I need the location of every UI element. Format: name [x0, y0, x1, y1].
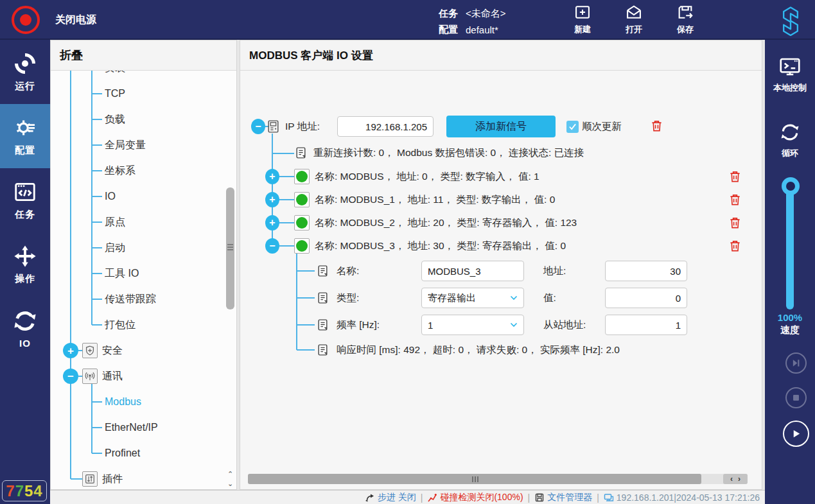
add-signal-button[interactable]: 添加新信号 — [446, 116, 556, 137]
stop-icon — [792, 394, 800, 402]
tree-item-原点[interactable]: 原点 — [105, 216, 125, 229]
ip-address-input[interactable]: 192.168.1.205 — [337, 116, 434, 137]
signal-expander-plus-icon[interactable]: + — [265, 192, 279, 207]
statusbar-item-2[interactable]: 文件管理器 — [534, 492, 592, 503]
tree-item-安全[interactable]: 安全 — [102, 344, 123, 358]
detail-input2[interactable]: 1 — [605, 315, 687, 335]
signal-row-text[interactable]: 名称: MODBUS_1， 地址: 11， 类型: 数字输出， 值: 0 — [315, 193, 555, 207]
topbar-action-1[interactable]: 打开 — [614, 3, 654, 36]
statusbar-item-1[interactable]: 碰撞检测关闭(100%) — [427, 492, 523, 503]
detail-input2[interactable]: 30 — [605, 261, 687, 281]
signal-expander-minus-icon[interactable]: − — [265, 238, 279, 254]
tree-item-打包位[interactable]: 打包位 — [105, 318, 136, 332]
statusbar-item-label: 192.168.1.201|2024-05-13 17:21:26 — [617, 492, 760, 503]
topbar-action-0[interactable]: 新建 — [563, 3, 602, 36]
step-icon — [365, 492, 375, 503]
detail-doc-icon — [316, 265, 329, 278]
right-bar: 本地控制 循环 100% 速度 — [765, 40, 815, 504]
page-title: MODBUS 客户端 IO 设置 — [240, 40, 762, 71]
detail-label2: 地址: — [543, 265, 566, 278]
tree-item-通讯[interactable]: 通讯 — [102, 370, 123, 383]
scroll-left-icon[interactable]: ‹ — [730, 475, 733, 483]
left-nav: 运行 配置 任务 操作 IO 7754 — [0, 40, 50, 504]
tree-item-EtherNet/IP[interactable]: EtherNet/IP — [105, 422, 158, 433]
signal-status-indicator — [294, 238, 310, 254]
status-bar: 步进 关闭 | 碰撞检测关闭(100%) | 文件管理器 | 192.168.1… — [50, 490, 765, 504]
rightbar-item-本地控制[interactable]: 本地控制 — [765, 55, 815, 94]
topbar-action-2[interactable]: 保存 — [665, 3, 705, 36]
tree-expander-minus-icon[interactable]: − — [63, 369, 78, 384]
rightbar-item-循环[interactable]: 循环 — [765, 121, 815, 159]
horizontal-scrollbar[interactable]: ‹ › — [248, 474, 748, 484]
speed-slider-knob[interactable] — [782, 177, 800, 195]
delete-signal-icon[interactable] — [728, 239, 742, 253]
signal-expander-plus-icon[interactable]: + — [265, 215, 279, 230]
main-panel: MODBUS 客户端 IO 设置 − IP 地址: 192.168.1.205 … — [240, 40, 762, 490]
signal-row-text[interactable]: 名称: MODBUS_2， 地址: 20， 类型: 寄存器输入， 值: 123 — [315, 216, 577, 230]
delete-signal-icon[interactable] — [728, 216, 742, 230]
detail-input[interactable]: MODBUS_3 — [421, 261, 524, 281]
sidebar-item-IO[interactable]: IO — [0, 297, 50, 361]
scroll-down-icon[interactable]: ⌄ — [226, 479, 234, 489]
sidebar-item-label: 操作 — [15, 273, 35, 285]
tree-item-全局变量[interactable]: 全局变量 — [105, 139, 146, 152]
select-chevron-icon — [510, 295, 518, 300]
sidebar-item-任务[interactable]: 任务 — [0, 168, 50, 232]
horizontal-scroll-buttons: ‹ › — [723, 474, 748, 484]
new-file-icon — [573, 3, 592, 21]
tree-item-坐标系[interactable]: 坐标系 — [105, 164, 136, 178]
statusbar-separator: | — [597, 492, 599, 503]
skip-next-button[interactable] — [785, 352, 807, 374]
scroll-up-icon[interactable]: ⌃ — [226, 469, 234, 479]
topbar-action-label: 打开 — [626, 24, 642, 35]
tree-item-启动[interactable]: 启动 — [105, 241, 125, 255]
signal-status-indicator — [294, 215, 310, 230]
detail-select[interactable]: 寄存器输出 — [421, 288, 524, 308]
horizontal-scrollbar-thumb[interactable] — [248, 474, 701, 484]
power-off-button[interactable]: 关闭电源 — [12, 6, 96, 34]
sidebar-item-label: 配置 — [15, 144, 35, 157]
tree-item-工具 IO[interactable]: 工具 IO — [105, 267, 139, 281]
statusbar-item-0[interactable]: 步进 关闭 — [365, 492, 416, 503]
detail-select[interactable]: 1 — [421, 315, 524, 335]
device-collapse-toggle[interactable]: − — [251, 119, 265, 134]
sidebar-item-配置[interactable]: 配置 — [0, 104, 50, 168]
tree-item-TCP[interactable]: TCP — [105, 88, 125, 100]
detail-label: 类型: — [337, 291, 359, 305]
sidebar-item-label: 任务 — [15, 209, 35, 221]
sidebar-item-运行[interactable]: 运行 — [0, 40, 50, 104]
counter-digit: 4 — [33, 482, 42, 500]
scroll-right-icon[interactable]: › — [738, 475, 741, 483]
tree-scrollbar[interactable]: ⌃ ⌄ — [226, 71, 234, 489]
delete-signal-icon[interactable] — [728, 193, 742, 207]
signal-expander-plus-icon[interactable]: + — [265, 169, 279, 184]
signal-row-text[interactable]: 名称: MODBUS_3， 地址: 30， 类型: 寄存器输出， 值: 0 — [315, 239, 566, 253]
collision-icon — [427, 492, 437, 503]
sequential-update-checkbox[interactable] — [566, 121, 579, 133]
config-label: 配置 — [439, 24, 458, 36]
delete-device-icon[interactable] — [650, 119, 663, 133]
stop-button[interactable] — [785, 387, 807, 408]
tree-item-插件[interactable]: 插件 — [102, 473, 123, 486]
counter-digit: 7 — [15, 482, 24, 500]
signal-row-text[interactable]: 名称: MODBUS， 地址: 0， 类型: 数字输入， 值: 1 — [315, 170, 539, 184]
tree-item-负载[interactable]: 负载 — [105, 113, 125, 126]
delete-signal-icon[interactable] — [728, 170, 742, 184]
detail-doc-icon — [316, 291, 329, 305]
tree-item-传送带跟踪[interactable]: 传送带跟踪 — [105, 293, 156, 306]
play-button[interactable] — [783, 421, 809, 447]
tree-scrollbar-thumb[interactable] — [226, 187, 234, 309]
tree-expander-plus-icon[interactable]: + — [63, 343, 78, 358]
speed-slider-track[interactable] — [786, 186, 794, 309]
file-manager-icon — [534, 492, 545, 503]
tree-item-IO[interactable]: IO — [105, 191, 116, 202]
sidebar-item-操作[interactable]: 操作 — [0, 232, 50, 297]
tree-body: 安装TCP负载全局变量坐标系IO原点启动工具 IO传送带跟踪打包位+安全−通讯M… — [51, 71, 236, 489]
skip-next-icon — [791, 358, 801, 368]
tree-item-Modbus[interactable]: Modbus — [105, 396, 141, 408]
tree-item-安装[interactable]: 安装 — [105, 71, 125, 75]
tree-item-Profinet[interactable]: Profinet — [105, 448, 140, 459]
rightbar-item-label: 循环 — [782, 148, 798, 159]
operate-icon — [13, 244, 37, 268]
detail-input2[interactable]: 0 — [605, 288, 687, 308]
